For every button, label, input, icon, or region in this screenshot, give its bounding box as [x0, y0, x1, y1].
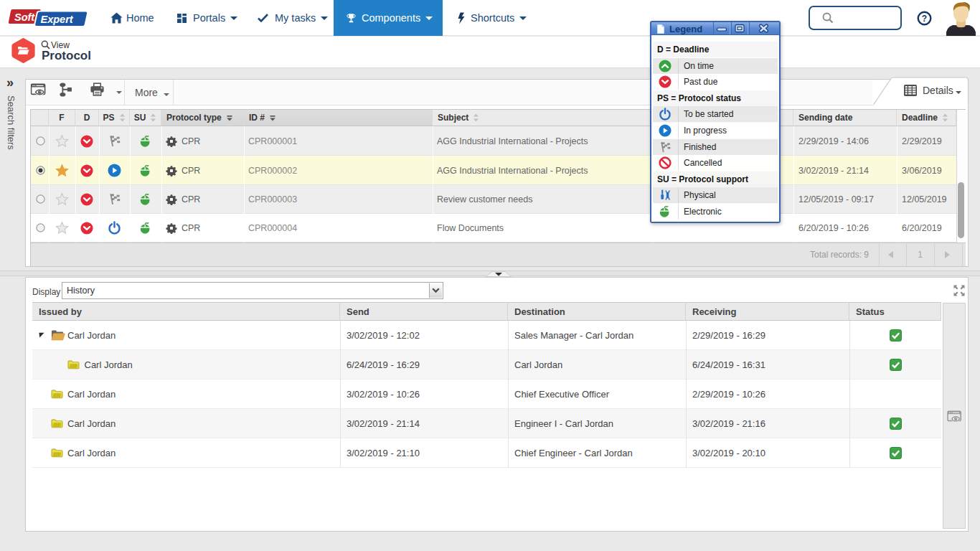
svg-text:?: ?: [922, 14, 927, 24]
svg-text:Soft: Soft: [14, 11, 35, 23]
svg-text:Expert: Expert: [41, 14, 74, 25]
